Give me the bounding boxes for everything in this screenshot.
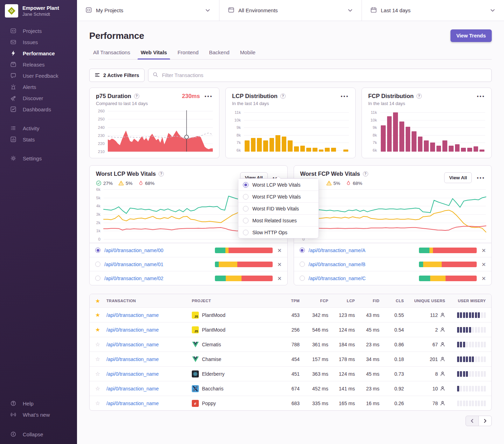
transaction-radio[interactable] <box>95 248 100 253</box>
menu-item-worst-lcp-web-vitals[interactable]: Worst LCP Web Vitals <box>238 179 318 190</box>
more-options-icon[interactable]: ●●● <box>204 95 213 98</box>
sidebar-item-performance[interactable]: Performance <box>0 48 77 59</box>
sidebar-item-issues[interactable]: Issues <box>0 36 77 48</box>
sidebar-item-what-s-new[interactable]: What’s new <box>0 409 77 420</box>
star-toggle[interactable]: ★ <box>95 312 106 318</box>
more-options-icon[interactable]: ●●● <box>341 95 349 98</box>
project-selector[interactable]: My Projects <box>77 0 219 21</box>
menu-item-radio[interactable] <box>243 218 248 223</box>
menu-item-radio[interactable] <box>243 182 248 188</box>
tab-frontend[interactable]: Frontend <box>174 46 202 59</box>
menu-item-worst-fcp-web-vitals[interactable]: Worst FCP Web Vitals <box>238 190 318 202</box>
sidebar-item-alerts[interactable]: Alerts <box>0 81 77 92</box>
view-all-button[interactable]: View All <box>444 172 472 183</box>
transaction-link[interactable]: /api/0/transaction_name <box>106 312 159 318</box>
previous-page-button[interactable] <box>465 416 479 426</box>
column-header-lcp[interactable]: LCP <box>328 299 355 303</box>
star-column-header-icon[interactable]: ★ <box>95 298 106 304</box>
transaction-link[interactable]: /api/0/transaction_name/01 <box>104 262 163 267</box>
close-icon[interactable]: × <box>278 247 282 254</box>
transaction-link[interactable]: /api/0/transaction_name <box>106 342 159 347</box>
column-header-fcp[interactable]: FCP <box>300 299 328 303</box>
star-toggle[interactable]: ☆ <box>95 385 106 392</box>
menu-item-most-related-issues[interactable]: Most Related Issues <box>238 214 318 226</box>
close-icon[interactable]: × <box>482 261 486 268</box>
transaction-radio[interactable] <box>300 248 305 253</box>
question-icon[interactable]: ? <box>134 93 139 99</box>
tab-web-vitals[interactable]: Web Vitals <box>137 46 171 59</box>
sidebar-item-dashboards[interactable]: Dashboards <box>0 104 77 115</box>
transaction-link[interactable]: /api/0/transaction_name <box>106 371 159 377</box>
close-icon[interactable]: × <box>278 261 282 268</box>
transaction-link[interactable]: /api/0/transaction_name/B <box>309 262 366 267</box>
column-header-user-misery[interactable]: USER MISERY <box>445 299 486 303</box>
sidebar-item-discover[interactable]: Discover <box>0 92 77 104</box>
column-header-unique-users[interactable]: UNIQUE USERS <box>404 299 445 303</box>
close-icon[interactable]: × <box>482 247 486 254</box>
transaction-radio[interactable] <box>300 262 305 267</box>
transaction-link[interactable]: /api/0/transaction_name/00 <box>104 248 163 253</box>
menu-item-radio[interactable] <box>243 206 248 211</box>
sidebar-item-projects[interactable]: Projects <box>0 25 77 36</box>
project-name[interactable]: Chamise <box>202 356 221 362</box>
star-toggle[interactable]: ☆ <box>95 356 106 362</box>
active-filters-button[interactable]: 2 Active Filters <box>89 69 145 82</box>
environment-selector[interactable]: All Environments <box>219 0 362 21</box>
column-header-tpm[interactable]: TPM <box>279 299 300 303</box>
sidebar-item-stats[interactable]: Stats <box>0 134 77 145</box>
project-name[interactable]: Clematis <box>202 342 221 347</box>
column-header-fid[interactable]: FID <box>355 299 379 303</box>
column-header-project[interactable]: PROJECT <box>192 299 279 303</box>
sidebar-item-user-feedback[interactable]: User Feedback <box>0 70 77 81</box>
column-header-cls[interactable]: CLS <box>379 299 404 303</box>
sidebar-item-releases[interactable]: Releases <box>0 59 77 70</box>
tab-mobile[interactable]: Mobile <box>236 46 259 59</box>
lcp-distribution-chart[interactable]: 11k10k9k8k7k6k <box>232 110 349 152</box>
transaction-radio[interactable] <box>95 276 100 281</box>
sidebar-item-activity[interactable]: Activity <box>0 123 77 134</box>
view-trends-button[interactable]: View Trends <box>450 29 492 42</box>
menu-item-radio[interactable] <box>243 230 248 235</box>
column-header-transaction[interactable]: TRANSACTION <box>106 299 192 303</box>
org-switcher[interactable]: Empower Plant Jane Schmidt <box>0 0 77 21</box>
project-name[interactable]: PlantMood <box>202 312 225 318</box>
sidebar-item-help[interactable]: Help <box>0 398 77 409</box>
menu-item-slow-http-ops[interactable]: Slow HTTP Ops <box>238 226 318 238</box>
sidebar-collapse-button[interactable]: Collapse <box>0 429 77 440</box>
tab-backend[interactable]: Backend <box>205 46 233 59</box>
star-toggle[interactable]: ☆ <box>95 400 106 407</box>
tab-all-transactions[interactable]: All Transactions <box>89 46 134 59</box>
transaction-radio[interactable] <box>95 262 100 267</box>
project-name[interactable]: Elderberry <box>202 371 225 377</box>
transaction-link[interactable]: /api/0/transaction_name <box>106 386 159 391</box>
project-name[interactable]: PlantMood <box>202 327 225 333</box>
star-toggle[interactable]: ☆ <box>95 370 106 377</box>
transaction-link[interactable]: /api/0/transaction_name/02 <box>104 276 163 281</box>
question-icon[interactable]: ? <box>159 171 164 176</box>
project-name[interactable]: Baccharis <box>202 386 223 391</box>
more-options-icon[interactable]: ●●● <box>477 95 485 98</box>
transaction-link[interactable]: /api/0/transaction_name <box>106 327 159 333</box>
question-icon[interactable]: ? <box>280 93 286 99</box>
transaction-link[interactable]: /api/0/transaction_name <box>106 356 159 362</box>
next-page-button[interactable] <box>478 416 492 426</box>
close-icon[interactable]: × <box>278 275 282 282</box>
star-toggle[interactable]: ☆ <box>95 341 106 348</box>
sidebar-item-settings[interactable]: Settings <box>0 153 77 164</box>
question-icon[interactable]: ? <box>416 93 422 99</box>
menu-item-radio[interactable] <box>243 194 248 200</box>
date-range-selector[interactable]: Last 14 days <box>362 0 504 21</box>
star-toggle[interactable]: ★ <box>95 326 106 333</box>
transaction-radio[interactable] <box>300 276 305 281</box>
worst-fcp-chart[interactable]: 6k5k4k3k2k1k0 <box>298 189 486 239</box>
more-options-icon[interactable]: ●●● <box>477 176 485 180</box>
filter-transactions-input[interactable] <box>161 72 487 78</box>
transaction-link[interactable]: /api/0/transaction_name/A <box>309 248 366 253</box>
question-icon[interactable]: ? <box>363 171 368 176</box>
menu-item-worst-fid-web-vitals[interactable]: Worst FID Web Vitals <box>238 202 318 214</box>
fcp-distribution-chart[interactable]: 11k10k9k8k7k6k <box>368 110 485 152</box>
transaction-link[interactable]: /api/0/transaction_name <box>106 401 159 406</box>
p75-duration-chart[interactable]: 260250240230220210 <box>96 110 213 152</box>
project-name[interactable]: Poppy <box>202 401 216 406</box>
close-icon[interactable]: × <box>482 275 486 282</box>
